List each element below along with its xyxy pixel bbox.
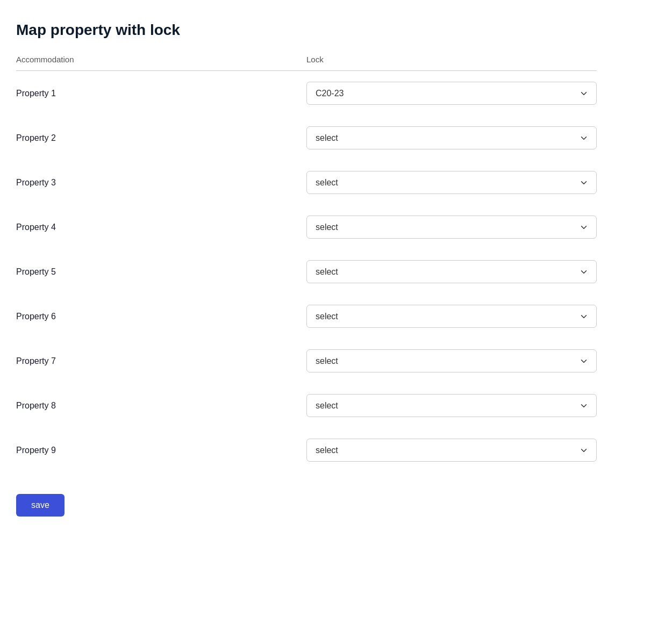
lock-column-header: Lock — [306, 55, 597, 64]
lock-select-7[interactable]: select — [306, 349, 597, 372]
lock-select-5[interactable]: select — [306, 260, 597, 283]
lock-select-2[interactable]: select — [306, 126, 597, 149]
lock-select-wrapper-9: select — [306, 439, 597, 462]
accommodation-column-header: Accommodation — [16, 55, 306, 64]
table-row: Property 4select — [16, 205, 597, 249]
table-row: Property 9select — [16, 428, 597, 472]
property-label-9: Property 9 — [16, 446, 306, 455]
table-rows: Property 1C20-23C20-23Property 2selectPr… — [16, 71, 597, 472]
property-label-8: Property 8 — [16, 401, 306, 411]
lock-select-wrapper-1: C20-23C20-23 — [306, 82, 597, 105]
table-header: Accommodation Lock — [16, 55, 597, 71]
table-row: Property 2select — [16, 116, 597, 160]
lock-select-wrapper-5: select — [306, 260, 597, 283]
lock-select-wrapper-7: select — [306, 349, 597, 372]
property-label-2: Property 2 — [16, 133, 306, 143]
property-label-6: Property 6 — [16, 312, 306, 321]
table-row: Property 7select — [16, 339, 597, 383]
lock-select-9[interactable]: select — [306, 439, 597, 462]
lock-select-wrapper-4: select — [306, 216, 597, 239]
lock-select-4[interactable]: select — [306, 216, 597, 239]
lock-select-wrapper-8: select — [306, 394, 597, 417]
property-label-1: Property 1 — [16, 89, 306, 98]
table-row: Property 6select — [16, 294, 597, 339]
table-row: Property 3select — [16, 160, 597, 205]
property-label-5: Property 5 — [16, 267, 306, 277]
property-label-3: Property 3 — [16, 178, 306, 188]
table-row: Property 8select — [16, 383, 597, 428]
lock-select-3[interactable]: select — [306, 171, 597, 194]
lock-select-wrapper-6: select — [306, 305, 597, 328]
lock-select-wrapper-3: select — [306, 171, 597, 194]
lock-select-6[interactable]: select — [306, 305, 597, 328]
table-row: Property 5select — [16, 249, 597, 294]
lock-select-wrapper-2: select — [306, 126, 597, 149]
property-label-4: Property 4 — [16, 223, 306, 232]
lock-select-1[interactable]: C20-23C20-23 — [306, 82, 597, 105]
save-button[interactable]: save — [16, 494, 65, 517]
mapping-table: Accommodation Lock Property 1C20-23C20-2… — [16, 55, 597, 472]
property-label-7: Property 7 — [16, 356, 306, 366]
table-row: Property 1C20-23C20-23 — [16, 71, 597, 116]
page-title: Map property with lock — [16, 21, 656, 39]
lock-select-8[interactable]: select — [306, 394, 597, 417]
